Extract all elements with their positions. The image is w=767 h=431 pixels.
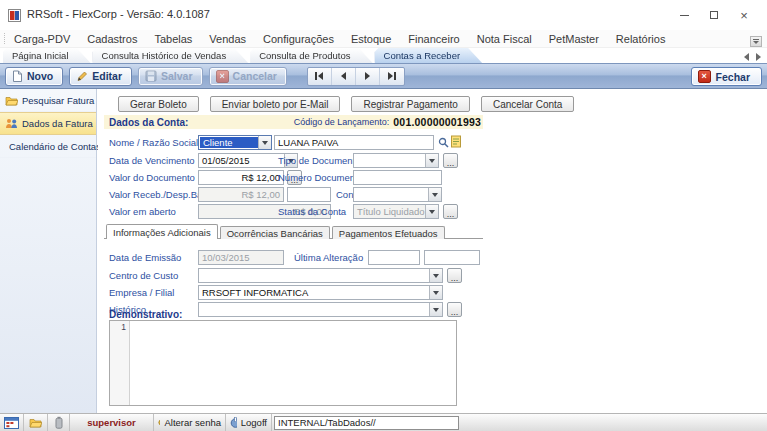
company-label: Empresa / Filial (109, 285, 174, 300)
restore-icon (710, 11, 718, 19)
checking-account-combo[interactable] (353, 187, 442, 202)
status-label: Status da Conta (278, 204, 346, 219)
doc-type-label: Tipo de Documento (278, 153, 361, 168)
sidebar-item-dados-da-fatura[interactable]: Dados da Fatura (0, 112, 96, 135)
cancelar-conta-button[interactable]: Cancelar Conta (481, 96, 574, 112)
menu-item-tabelas[interactable]: Tabelas (154, 33, 192, 45)
new-document-icon (12, 70, 23, 82)
name-value-field[interactable]: LUANA PAIVA (274, 135, 434, 150)
contas-a-receber-panel: Gerar Boleto Enviar boleto por E-Mail Re… (98, 89, 767, 413)
app-logo-icon (8, 9, 21, 22)
received-value-field[interactable]: R$ 12,00 (198, 187, 284, 202)
issue-date-label: Data de Emissão (109, 250, 181, 265)
overflow-icon (753, 39, 759, 40)
dropdown-arrow-icon (433, 308, 439, 312)
statement-editor[interactable]: 1 (109, 320, 457, 406)
menu-item-petmaster[interactable]: PetMaster (549, 33, 599, 45)
search-icon[interactable] (438, 137, 449, 148)
tab-contas-a-receber[interactable]: Contas a Receber (375, 48, 483, 63)
tab-scroll-right-icon[interactable] (756, 53, 761, 61)
close-button[interactable]: × (729, 0, 759, 30)
cost-center-combo[interactable] (198, 268, 443, 283)
title-bar: RRSoft - FlexCorp - Versão: 4.0.1087 × (0, 0, 767, 30)
save-floppy-icon (145, 70, 157, 82)
minimize-button[interactable] (669, 0, 699, 30)
dropdown-arrow-icon (429, 159, 435, 163)
last-change-field-1[interactable] (368, 250, 420, 265)
table-grid-icon (4, 417, 19, 429)
doc-type-combo[interactable] (353, 153, 439, 168)
folder-search-icon (5, 95, 18, 106)
statusbar-app-cell[interactable] (0, 414, 24, 431)
nav-next-button[interactable] (356, 68, 380, 85)
doc-type-lookup-button[interactable]: ... (443, 153, 458, 168)
tab-ocorrencias-bancarias[interactable]: Ocorrências Bancárias (220, 226, 330, 239)
nav-previous-button[interactable] (332, 68, 356, 85)
change-password-button[interactable]: Alterar senha (154, 414, 226, 431)
menu-item-carga-pdv[interactable]: Carga-PDV (14, 33, 70, 45)
account-actions: Gerar Boleto Enviar boleto por E-Mail Re… (118, 96, 574, 112)
doc-value-field[interactable]: R$ 12,00 (198, 170, 284, 185)
enviar-boleto-email-button[interactable]: Enviar boleto por E-Mail (210, 96, 341, 112)
tab-consulta-historico-vendas[interactable]: Consulta Histórico de Vendas (93, 48, 249, 63)
registrar-pagamento-button[interactable]: Registrar Pagamento (351, 96, 470, 112)
save-button[interactable]: Salvar (138, 67, 203, 86)
menu-item-nota-fiscal[interactable]: Nota Fiscal (477, 33, 532, 45)
logoff-button[interactable]: Logoff (226, 414, 272, 431)
tab-consulta-produtos[interactable]: Consulta de Produtos (250, 48, 372, 63)
folder-icon (29, 417, 42, 428)
cost-center-lookup-button[interactable]: ... (447, 268, 462, 283)
history-combo[interactable] (198, 302, 443, 317)
last-change-field-2[interactable] (424, 250, 480, 265)
section-title: Dados da Conta: (109, 117, 188, 128)
restore-button[interactable] (699, 0, 729, 30)
edit-button[interactable]: Editar (69, 67, 132, 86)
toolbar-overflow-button[interactable] (750, 36, 762, 47)
tab-scroller (744, 53, 761, 61)
key-icon (158, 417, 160, 428)
menu-item-relatorios[interactable]: Relatórios (616, 33, 666, 45)
tab-pagamentos-efetuados[interactable]: Pagamentos Efetuados (332, 226, 445, 239)
logoff-icon (230, 417, 237, 428)
statusbar-device-cell[interactable] (48, 414, 70, 431)
nav-last-button[interactable] (380, 68, 404, 85)
sidebar-item-pesquisar-fatura[interactable]: Pesquisar Fatura (0, 89, 96, 112)
cancel-button[interactable]: × Cancelar (209, 67, 287, 86)
new-record-icon[interactable] (451, 135, 462, 148)
statusbar-folder-cell[interactable] (24, 414, 48, 431)
name-type-combo[interactable]: Cliente (198, 135, 272, 150)
minimize-icon (680, 15, 689, 16)
status-lookup-button[interactable]: ... (443, 204, 458, 219)
close-tab-button[interactable]: × Fechar (691, 67, 762, 86)
sidebar-item-calendario-de-contas[interactable]: Calendário de Contas (0, 135, 96, 158)
doc-number-field[interactable] (353, 170, 442, 185)
dropdown-arrow-icon (429, 210, 435, 214)
menu-item-financeiro[interactable]: Financeiro (408, 33, 459, 45)
doc-value-label: Valor do Documento (109, 170, 195, 185)
tab-informacoes-adicionais[interactable]: Informações Adicionais (106, 224, 218, 239)
new-button[interactable]: Novo (5, 67, 63, 86)
statement-text-area[interactable] (130, 321, 456, 405)
nav-next-icon (365, 72, 370, 80)
statusbar-filler (459, 414, 767, 431)
menu-item-configuracoes[interactable]: Configurações (263, 33, 334, 45)
tab-pagina-inicial[interactable]: Página Inicial (3, 48, 91, 63)
dropdown-arrow-icon (432, 193, 438, 197)
status-combo[interactable]: Título Liquidado (353, 204, 439, 219)
details-tab-bar: Informações Adicionais Ocorrências Bancá… (104, 224, 483, 239)
menu-item-estoque[interactable]: Estoque (351, 33, 391, 45)
received-extra-field[interactable] (287, 187, 331, 202)
menu-item-cadastros[interactable]: Cadastros (87, 33, 137, 45)
gerar-boleto-button[interactable]: Gerar Boleto (118, 96, 199, 112)
battery-icon (55, 416, 63, 429)
company-combo[interactable]: RRSOFT INFORMATICA (198, 285, 443, 300)
nav-first-button[interactable] (308, 68, 332, 85)
current-path-field: INTERNAL/TabDados// (274, 416, 459, 430)
dropdown-arrow-icon (433, 274, 439, 278)
menu-item-vendas[interactable]: Vendas (209, 33, 246, 45)
history-lookup-button[interactable]: ... (447, 302, 462, 317)
window-title: RRSoft - FlexCorp - Versão: 4.0.1087 (27, 8, 210, 20)
issue-date-field[interactable]: 10/03/2015 (198, 250, 284, 265)
tab-scroll-left-icon[interactable] (744, 53, 749, 61)
last-change-label: Última Alteração (294, 250, 363, 265)
